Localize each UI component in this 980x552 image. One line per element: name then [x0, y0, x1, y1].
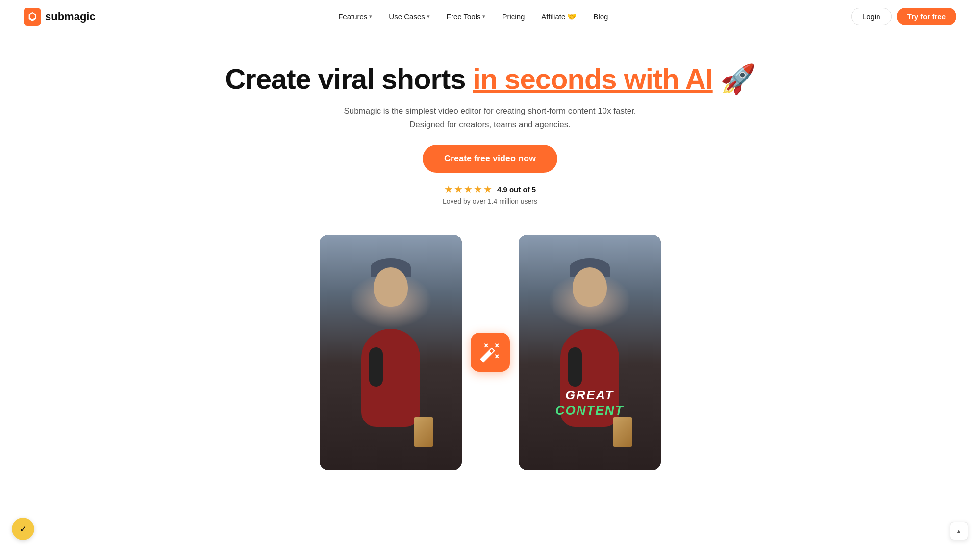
hero-title: Create viral shorts in seconds with AI 🚀 [12, 63, 968, 96]
video-before-inner [320, 235, 462, 470]
try-free-button[interactable]: Try for free [897, 8, 956, 25]
person-head [374, 267, 408, 307]
nav-affiliate[interactable]: Affiliate 🤝 [534, 8, 583, 25]
hero-section: Create viral shorts in seconds with AI 🚀… [0, 33, 980, 225]
product-box [414, 417, 433, 447]
rating-subtitle: Loved by over 1.4 million users [12, 197, 968, 205]
create-free-video-button[interactable]: Create free video now [423, 145, 557, 173]
product-box-2 [613, 417, 632, 447]
hero-title-highlight: in seconds with AI [473, 63, 713, 95]
microphone-2 [568, 347, 582, 387]
nav-actions: Login Try for free [851, 8, 956, 25]
nav-links: Features ▾ Use Cases ▾ Free Tools ▾ Pric… [331, 8, 615, 25]
chevron-down-icon: ▾ [427, 13, 430, 20]
caption-great: GREAT [525, 388, 655, 403]
caption-overlay: GREAT CONTENT [519, 388, 661, 418]
caption-content: CONTENT [525, 403, 655, 418]
rating-row: ★★★★★ 4.9 out of 5 [12, 184, 968, 195]
navbar: submagic Features ▾ Use Cases ▾ Free Too… [0, 0, 980, 33]
video-comparison-section: GREAT CONTENT [0, 225, 980, 470]
video-before [320, 235, 462, 470]
microphone [369, 347, 383, 387]
nav-features[interactable]: Features ▾ [331, 8, 379, 25]
hero-subtitle: Submagic is the simplest video editor fo… [12, 105, 968, 131]
star-icons: ★★★★★ [444, 184, 493, 195]
logo-svg [27, 11, 38, 22]
person-head-2 [573, 267, 607, 307]
login-button[interactable]: Login [851, 8, 892, 25]
hero-title-part1: Create viral shorts [225, 63, 473, 95]
rating-score: 4.9 out of 5 [497, 185, 536, 194]
nav-free-tools[interactable]: Free Tools ▾ [440, 8, 493, 25]
nav-use-cases[interactable]: Use Cases ▾ [382, 8, 436, 25]
hero-title-emoji: 🚀 [713, 63, 755, 95]
video-after: GREAT CONTENT [519, 235, 661, 470]
chevron-down-icon: ▾ [369, 13, 372, 20]
magic-wand-icon [479, 342, 501, 363]
chevron-down-icon: ▾ [482, 13, 485, 20]
video-after-inner: GREAT CONTENT [519, 235, 661, 470]
logo[interactable]: submagic [24, 8, 96, 26]
nav-blog[interactable]: Blog [586, 8, 615, 25]
rating-section: ★★★★★ 4.9 out of 5 Loved by over 1.4 mil… [12, 184, 968, 205]
nav-pricing[interactable]: Pricing [495, 8, 531, 25]
logo-text: submagic [45, 10, 96, 23]
submagic-transform-icon[interactable] [471, 333, 510, 372]
logo-icon [24, 8, 41, 26]
